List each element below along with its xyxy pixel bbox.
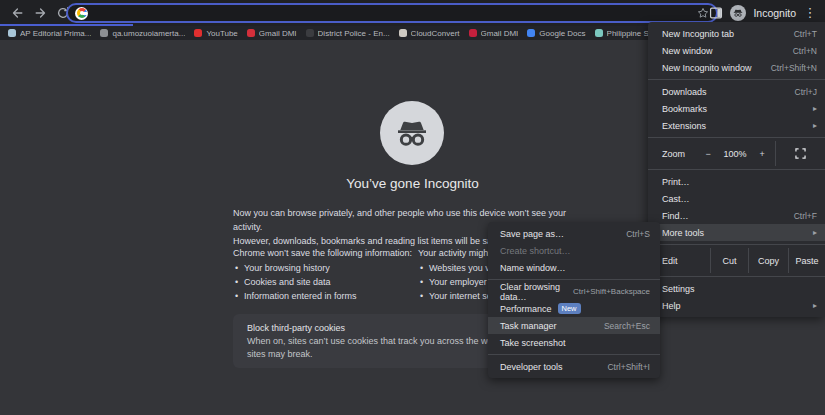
submenu-arrow-icon: ▸ (813, 228, 817, 237)
address-bar[interactable] (66, 3, 718, 23)
incognito-badge[interactable] (730, 5, 746, 21)
back-button[interactable] (8, 4, 26, 22)
incognito-icon (392, 113, 432, 153)
menu-separator (648, 137, 825, 138)
submenu-item-name-window[interactable]: Name window… (488, 259, 660, 276)
submenu-item-save-page-as[interactable]: Save page as…Ctrl+S (488, 225, 660, 242)
fullscreen-button[interactable] (775, 141, 825, 166)
wont-save-column: Chrome won’t save the following informat… (233, 246, 423, 303)
menu-item-bookmarks[interactable]: Bookmarks▸ (648, 100, 825, 117)
menu-item-new-window[interactable]: New windowCtrl+N (648, 42, 825, 59)
bookmark-favicon (595, 29, 603, 37)
bookmark-item[interactable]: Gmail DMI (247, 29, 297, 38)
bookmark-favicon (100, 29, 108, 37)
arrow-left-icon (10, 6, 24, 20)
submenu-arrow-icon: ▸ (813, 301, 817, 310)
incognito-window-label: Incognito (753, 7, 796, 19)
menu-item-extensions[interactable]: Extensions▸ (648, 117, 825, 134)
zoom-level: 100% (717, 141, 753, 166)
bookmark-favicon (8, 29, 16, 37)
menu-item-more-tools[interactable]: More tools▸ (648, 224, 825, 241)
menu-separator (648, 276, 825, 277)
menu-separator (648, 79, 825, 80)
menu-item-new-incognito-window[interactable]: New Incognito windowCtrl+Shift+N (648, 59, 825, 76)
menu-separator (648, 244, 825, 245)
menu-item-print[interactable]: Print… (648, 173, 825, 190)
edit-row: Edit Cut Copy Paste (648, 248, 825, 273)
url-input[interactable] (94, 8, 697, 19)
menu-item-new-incognito-tab[interactable]: New Incognito tabCtrl+T (648, 25, 825, 42)
bookmark-item[interactable]: Gmail DMI (469, 29, 519, 38)
copy-button[interactable]: Copy (748, 248, 788, 273)
zoom-in-button[interactable]: + (753, 141, 771, 166)
bookmark-star-button[interactable] (697, 7, 709, 19)
submenu-item-developer-tools[interactable]: Developer toolsCtrl+Shift+I (488, 358, 660, 375)
new-badge: New (558, 303, 581, 314)
submenu-item-clear-browsing-data[interactable]: Clear browsing data…Ctrl+Shift+Backspace (488, 283, 660, 300)
menu-item-downloads[interactable]: DownloadsCtrl+J (648, 83, 825, 100)
bookmark-item[interactable]: qa.umozuoiamerta... (100, 29, 185, 38)
zoom-out-button[interactable]: − (699, 141, 717, 166)
menu-separator (648, 169, 825, 170)
list-item: Your browsing history (233, 261, 423, 275)
star-icon (697, 7, 709, 19)
submenu-item-task-manager[interactable]: Task managerSearch+Esc (488, 317, 660, 334)
menu-item-settings[interactable]: Settings (648, 280, 825, 297)
bookmark-item[interactable]: District Police - En... (306, 29, 390, 38)
list-item: Information entered in forms (233, 289, 423, 303)
forward-button[interactable] (32, 4, 50, 22)
bookmark-item[interactable]: AP Editorial Prima... (8, 29, 91, 38)
browser-window: Incognito ⋮ AP Editorial Prima... qa.umo… (0, 0, 825, 415)
google-favicon (75, 7, 88, 20)
submenu-arrow-icon: ▸ (813, 121, 817, 130)
menu-separator (488, 279, 660, 280)
wont-save-heading: Chrome won’t save the following informat… (233, 246, 423, 260)
bookmark-favicon (469, 29, 477, 37)
arrow-right-icon (34, 6, 48, 20)
bookmark-item[interactable]: CloudConvert (399, 29, 460, 38)
submenu-item-take-screenshot[interactable]: Take screenshot (488, 334, 660, 351)
list-item: Cookies and site data (233, 275, 423, 289)
bookmark-favicon (306, 29, 314, 37)
paste-button[interactable]: Paste (788, 248, 825, 273)
incognito-icon (732, 7, 744, 19)
main-menu: New Incognito tabCtrl+T New windowCtrl+N… (648, 22, 825, 317)
bookmark-item[interactable]: Google Docs (527, 29, 585, 38)
bookmark-favicon (527, 29, 535, 37)
bookmark-item[interactable]: YouTube (194, 29, 237, 38)
bookmark-favicon (247, 29, 255, 37)
zoom-controls: Zoom − 100% + (648, 141, 825, 166)
side-panel-icon (709, 6, 723, 20)
bookmark-favicon (194, 29, 202, 37)
submenu-arrow-icon: ▸ (813, 104, 817, 113)
menu-separator (488, 354, 660, 355)
submenu-item-performance[interactable]: PerformanceNew (488, 300, 660, 317)
bookmark-favicon (399, 29, 407, 37)
menu-item-cast[interactable]: Cast… (648, 190, 825, 207)
cut-button[interactable]: Cut (710, 248, 748, 273)
submenu-item-create-shortcut: Create shortcut… (488, 242, 660, 259)
side-panel-button[interactable] (709, 6, 723, 20)
zoom-label: Zoom (648, 141, 685, 166)
more-tools-submenu: Save page as…Ctrl+S Create shortcut… Nam… (488, 222, 660, 378)
menu-item-help[interactable]: Help▸ (648, 297, 825, 314)
incognito-logo (380, 101, 444, 165)
menu-item-find[interactable]: Find…Ctrl+F (648, 207, 825, 224)
fullscreen-icon (795, 148, 806, 159)
